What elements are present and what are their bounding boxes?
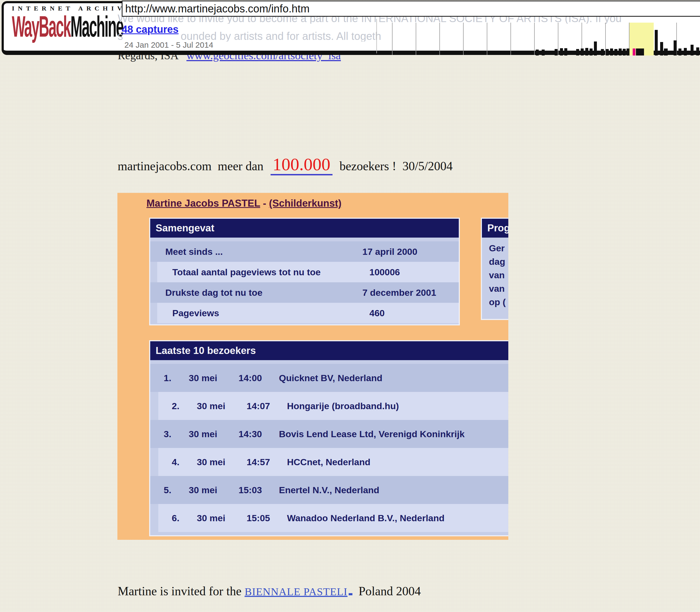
capture-bar[interactable]	[664, 48, 668, 55]
capture-bar[interactable]	[564, 48, 567, 55]
capture-bar[interactable]	[594, 41, 597, 55]
visitor-date: 30 mei	[189, 364, 217, 392]
capture-sparkline[interactable]	[380, 23, 700, 55]
visitor-date: 30 mei	[189, 420, 217, 448]
visitor-time: 14:30	[239, 420, 262, 448]
prognosis-box: Progr Ger dag van van op (	[481, 218, 508, 320]
selected-capture-bar[interactable]	[633, 48, 635, 55]
prognosis-body: Ger dag van van op (	[482, 238, 508, 309]
sparkline-gridline	[392, 23, 392, 55]
sparkline-gridline	[416, 23, 416, 55]
visitor-date: 30 mei	[197, 392, 225, 420]
capture-bar[interactable]	[655, 30, 658, 55]
visitor-row: 1.30 mei14:00Quicknet BV, Nederland	[150, 364, 508, 392]
prognosis-line: op (	[482, 295, 508, 309]
capture-bar[interactable]	[619, 48, 622, 55]
sparkline-gridline	[463, 23, 463, 55]
capture-bar[interactable]	[636, 48, 644, 55]
visitor-time: 15:05	[247, 504, 270, 532]
visitor-date: 30 mei	[189, 476, 217, 504]
capture-bar[interactable]	[690, 45, 694, 55]
biennale-invitation-line: Martine is invited for the BIENNALE PAST…	[118, 584, 421, 598]
capture-bar[interactable]	[674, 40, 676, 55]
summary-value: 7 december 2001	[362, 282, 436, 303]
capture-bar[interactable]	[660, 42, 663, 55]
visitor-num: 4.	[172, 448, 179, 476]
visitor-milestone-headline: martinejacobs.com meer dan100.000bezoeke…	[118, 154, 453, 175]
link-underscore	[349, 593, 353, 595]
capture-bar[interactable]	[610, 48, 613, 55]
summary-row: Drukste dag tot nu toe7 december 2001	[150, 282, 459, 303]
title-link-martine-jacobs-pastel[interactable]: Martine Jacobs PASTEL	[146, 198, 260, 209]
capture-bar[interactable]	[576, 49, 579, 55]
capture-bar[interactable]	[581, 48, 584, 55]
title-link-schilderkunst[interactable]: (Schilderkunst)	[269, 198, 341, 209]
sparkline-gridline	[487, 23, 487, 55]
wayback-logo[interactable]: INTERNET ARCHIVE WayBackMachine	[12, 5, 119, 35]
captures-count-link[interactable]: 48 captures	[122, 24, 178, 35]
sparkline-gridline	[511, 23, 511, 55]
wordmark-machine: Machine	[71, 10, 123, 43]
visitor-time: 14:07	[247, 392, 270, 420]
summary-label: Drukste dag tot nu toe	[165, 282, 262, 303]
capture-bar[interactable]	[601, 49, 604, 55]
prognosis-header: Progr	[482, 219, 508, 238]
capture-bar[interactable]	[623, 49, 626, 55]
visitor-name: Hongarije (broadband.hu)	[287, 392, 399, 420]
capture-date-range: 24 Jan 2001 - 5 Jul 2014	[124, 40, 213, 50]
nedstat-panel: Martine Jacobs PASTEL - (Schilderkunst) …	[117, 193, 508, 540]
sparkline-gridline	[439, 23, 440, 55]
prognosis-line: van	[482, 268, 508, 282]
wayback-url-input[interactable]	[122, 1, 700, 17]
visitors-box: Laatste 10 bezoekers 1.30 mei14:00Quickn…	[149, 340, 508, 536]
capture-bar[interactable]	[606, 49, 609, 55]
summary-label: Meet sinds ...	[165, 241, 223, 262]
prognosis-line: Ger	[482, 241, 508, 255]
wordmark-wayback: WayBack	[12, 10, 71, 43]
summary-body: Meet sinds ...17 april 2000 Totaal aanta…	[150, 238, 459, 323]
visitor-row: 5.30 mei15:03Enertel N.V., Nederland	[150, 476, 508, 504]
capture-bar[interactable]	[585, 48, 588, 55]
visitor-row: 4.30 mei14:57HCCnet, Nederland	[158, 448, 508, 476]
capture-bar[interactable]	[627, 48, 629, 55]
visitor-count: 100.000	[271, 154, 333, 175]
capture-bar[interactable]	[684, 48, 687, 55]
capture-bar[interactable]	[614, 49, 617, 55]
summary-value: 100006	[369, 262, 400, 282]
visitor-name: Enertel N.V., Nederland	[279, 476, 379, 504]
title-separator: -	[260, 198, 269, 209]
capture-bar[interactable]	[542, 50, 545, 55]
capture-bar[interactable]	[696, 47, 699, 55]
capture-bar[interactable]	[536, 50, 539, 55]
capture-bar[interactable]	[560, 48, 563, 55]
prognosis-line: dag	[482, 255, 508, 268]
biennale-pasteli-link[interactable]: BIENNALE PASTELI	[244, 586, 347, 598]
footer-pre: Martine is invited for the	[118, 584, 244, 598]
visitor-date: 30 mei	[197, 448, 225, 476]
visitors-header: Laatste 10 bezoekers	[150, 341, 508, 360]
visitor-num: 3.	[164, 420, 171, 448]
capture-bar[interactable]	[555, 49, 558, 55]
visitor-name: Bovis Lend Lease Ltd, Verenigd Koninkrij…	[279, 420, 465, 448]
summary-value: 17 april 2000	[362, 241, 417, 262]
panel-title: Martine Jacobs PASTEL - (Schilderkunst)	[146, 198, 341, 209]
page: { "wayback": { "logo": { "top": "INTERNE…	[0, 0, 700, 612]
visitor-name: HCCnet, Nederland	[287, 448, 370, 476]
toolbar-divider	[376, 19, 377, 53]
visitor-num: 5.	[164, 476, 171, 504]
visitor-num: 1.	[164, 364, 171, 392]
visitor-num: 2.	[172, 392, 179, 420]
summary-value: 460	[369, 303, 385, 323]
summary-label: Pageviews	[172, 303, 219, 323]
capture-bar[interactable]	[678, 48, 682, 55]
footer-post: Poland 2004	[353, 584, 421, 598]
capture-bar[interactable]	[590, 48, 592, 55]
summary-box: Samengevat Meet sinds ...17 april 2000 T…	[149, 218, 460, 325]
visitors-body: 1.30 mei14:00Quicknet BV, Nederland 2.30…	[150, 360, 508, 532]
summary-header: Samengevat	[150, 219, 459, 238]
visitor-name: Wanadoo Nederland B.V., Nederland	[287, 504, 444, 532]
visitor-row: 3.30 mei14:30Bovis Lend Lease Ltd, Veren…	[150, 420, 508, 448]
visitor-time: 14:57	[247, 448, 270, 476]
summary-row: Totaal aantal pageviews tot nu toe100006	[157, 262, 459, 282]
visitor-time: 14:00	[239, 364, 262, 392]
